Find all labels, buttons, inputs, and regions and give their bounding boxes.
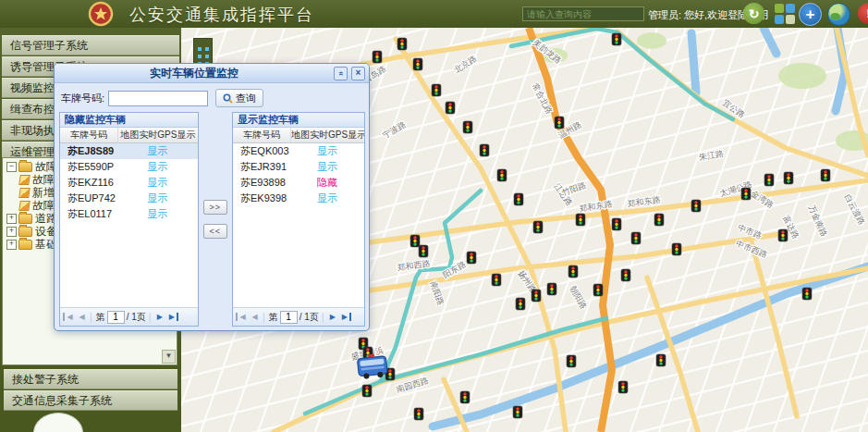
- traffic-light-icon[interactable]: [432, 84, 441, 96]
- plate-input[interactable]: [108, 91, 208, 106]
- traffic-light-icon[interactable]: [446, 102, 455, 114]
- traffic-light-icon[interactable]: [410, 235, 420, 247]
- traffic-light-icon[interactable]: [463, 121, 472, 133]
- vehicle-monitor-dialog: 实时车辆位置监控 « × 车牌号码: 查询 隐藏监控车辆车牌号码地图实时GPS显…: [54, 63, 370, 331]
- sidebar-item-traffic-info[interactable]: 交通信息采集子系统: [4, 390, 177, 411]
- traffic-light-icon[interactable]: [514, 193, 523, 205]
- gps-toggle-link[interactable]: 显示: [147, 208, 167, 219]
- pager: ◀◀│第/ 1页│▶▶: [233, 307, 364, 326]
- transfer-panels: 隐藏监控车辆车牌号码地图实时GPS显示苏EJ8S89显示苏E5590P显示苏EK…: [59, 112, 365, 327]
- traffic-light-icon[interactable]: [419, 245, 428, 257]
- gps-toggle-link[interactable]: 显示: [147, 145, 167, 156]
- gps-toggle-link[interactable]: 显示: [317, 145, 337, 156]
- traffic-light-icon[interactable]: [778, 229, 788, 241]
- traffic-light-icon[interactable]: [654, 214, 664, 226]
- traffic-light-icon[interactable]: [672, 243, 681, 255]
- traffic-light-icon[interactable]: [612, 218, 621, 230]
- traffic-light-icon[interactable]: [532, 290, 541, 302]
- collapse-node-icon[interactable]: −: [6, 162, 17, 172]
- traffic-light-icon[interactable]: [547, 283, 556, 295]
- gps-toggle-link[interactable]: 显示: [317, 161, 337, 172]
- prev-page-icon[interactable]: ◀: [77, 313, 87, 321]
- park-area: [778, 63, 826, 89]
- vehicle-row[interactable]: 苏EUP742显示: [60, 191, 198, 206]
- traffic-light-icon[interactable]: [764, 174, 774, 186]
- traffic-light-icon[interactable]: [414, 408, 423, 420]
- panel-title: 隐藏监控车辆: [60, 113, 198, 128]
- vehicle-row[interactable]: 苏EL0117显示: [60, 206, 198, 222]
- traffic-light-icon[interactable]: [460, 391, 470, 403]
- sidebar-item-0[interactable]: 信号管理子系统: [2, 35, 179, 56]
- traffic-light-icon[interactable]: [802, 288, 812, 300]
- traffic-light-icon[interactable]: [555, 117, 564, 129]
- first-page-icon[interactable]: ◀: [236, 313, 248, 321]
- vehicle-row[interactable]: 苏E5590P显示: [60, 159, 198, 175]
- last-page-icon[interactable]: ▶: [166, 313, 178, 321]
- traffic-light-icon[interactable]: [516, 298, 525, 310]
- add-icon[interactable]: +: [799, 3, 822, 26]
- apps-grid-icon[interactable]: [774, 3, 795, 24]
- expand-node-icon[interactable]: +: [6, 240, 17, 250]
- traffic-light-icon[interactable]: [576, 214, 585, 226]
- prev-page-icon[interactable]: ◀: [250, 313, 260, 321]
- traffic-light-icon[interactable]: [741, 188, 751, 200]
- traffic-light-icon[interactable]: [413, 58, 422, 70]
- gps-toggle-link[interactable]: 隐藏: [317, 177, 337, 188]
- traffic-light-icon[interactable]: [593, 284, 603, 296]
- move-left-button[interactable]: <<: [203, 224, 227, 239]
- next-page-icon[interactable]: ▶: [327, 313, 337, 321]
- expand-node-icon[interactable]: +: [6, 214, 17, 224]
- hidden-vehicles-panel: 隐藏监控车辆车牌号码地图实时GPS显示苏EJ8S89显示苏E5590P显示苏EK…: [59, 112, 199, 327]
- traffic-light-icon[interactable]: [513, 406, 522, 418]
- next-page-icon[interactable]: ▶: [154, 313, 165, 321]
- gps-toggle-link[interactable]: 显示: [147, 192, 167, 204]
- scroll-down-icon[interactable]: ▼: [162, 350, 176, 364]
- traffic-light-icon[interactable]: [480, 144, 489, 156]
- gps-toggle-link[interactable]: 显示: [147, 161, 167, 172]
- traffic-light-icon[interactable]: [362, 385, 372, 397]
- shown-vehicles-panel: 显示监控车辆车牌号码地图实时GPS显示苏EQK003显示苏EJR391显示苏E9…: [232, 112, 365, 327]
- traffic-light-icon[interactable]: [567, 355, 576, 367]
- vehicle-row[interactable]: 苏EK9398显示: [233, 191, 364, 206]
- recycle-icon[interactable]: ↻: [743, 3, 764, 24]
- vehicle-row[interactable]: 苏EKZ116显示: [60, 175, 198, 191]
- column-header-plate: 车牌号码: [60, 128, 118, 142]
- traffic-light-icon[interactable]: [784, 172, 793, 184]
- query-button[interactable]: 查询: [215, 89, 263, 107]
- collapse-icon[interactable]: «: [334, 67, 348, 80]
- vehicle-row[interactable]: 苏E93898隐藏: [233, 175, 364, 191]
- traffic-light-icon[interactable]: [533, 221, 543, 233]
- traffic-light-icon[interactable]: [612, 33, 621, 45]
- traffic-light-icon[interactable]: [621, 269, 630, 281]
- globe-icon[interactable]: [827, 3, 850, 26]
- move-right-button[interactable]: >>: [203, 200, 227, 215]
- traffic-light-icon[interactable]: [618, 381, 628, 393]
- traffic-light-icon[interactable]: [497, 169, 507, 181]
- gps-toggle-link[interactable]: 显示: [147, 177, 167, 188]
- alert-icon[interactable]: !: [858, 3, 868, 24]
- vehicle-row[interactable]: 苏EJ8S89显示: [60, 143, 198, 159]
- vehicle-row[interactable]: 苏EQK003显示: [233, 143, 364, 159]
- close-icon[interactable]: ×: [351, 67, 365, 80]
- traffic-light-icon[interactable]: [492, 274, 501, 286]
- page-number-input[interactable]: [107, 311, 125, 324]
- traffic-light-icon[interactable]: [656, 354, 666, 366]
- traffic-light-icon[interactable]: [568, 265, 578, 278]
- first-page-icon[interactable]: ◀: [63, 313, 75, 321]
- page-icon: [18, 175, 31, 185]
- app-header: 公安交通集成指挥平台 管理员: 您好,欢迎登陆使用 ↻ + !: [0, 0, 868, 28]
- traffic-light-icon[interactable]: [631, 232, 641, 244]
- traffic-light-icon[interactable]: [821, 169, 830, 181]
- last-page-icon[interactable]: ▶: [339, 313, 351, 321]
- expand-node-icon[interactable]: +: [6, 227, 17, 237]
- header-search-input[interactable]: [522, 6, 644, 21]
- page-number-input[interactable]: [280, 311, 298, 324]
- gps-toggle-link[interactable]: 显示: [317, 192, 337, 204]
- sidebar-item-alarm[interactable]: 接处警子系统: [4, 369, 177, 389]
- traffic-light-icon[interactable]: [691, 200, 701, 212]
- traffic-light-icon[interactable]: [373, 51, 382, 63]
- traffic-light-icon[interactable]: [467, 252, 476, 264]
- vehicle-row[interactable]: 苏EJR391显示: [233, 159, 364, 175]
- traffic-light-icon[interactable]: [397, 38, 407, 50]
- dialog-titlebar[interactable]: 实时车辆位置监控 « ×: [55, 64, 369, 83]
